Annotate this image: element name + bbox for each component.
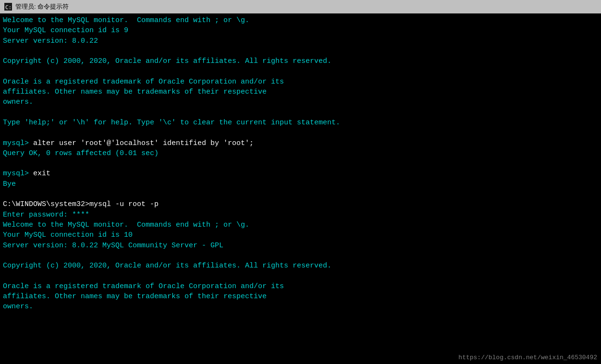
terminal-line: mysql> alter user 'root'@'localhost' ide… [3, 138, 598, 148]
terminal-line: Server version: 8.0.22 [3, 36, 598, 46]
terminal-line: Your MySQL connection id is 10 [3, 230, 598, 240]
mysql-prompt: mysql> [3, 139, 29, 147]
terminal-line: affiliates. Other names may be trademark… [3, 291, 598, 302]
terminal-line: Copyright (c) 2000, 2020, Oracle and/or … [3, 56, 598, 66]
terminal-line: Bye [3, 179, 598, 189]
titlebar: C: 管理员: 命令提示符 [0, 0, 601, 13]
terminal-line: Your MySQL connection id is 9 [3, 25, 598, 36]
terminal-line: Welcome to the MySQL monitor. Commands e… [3, 220, 598, 230]
url-watermark: https://blog.csdn.net/weixin_46530492 [458, 354, 597, 361]
terminal-window: Welcome to the MySQL monitor. Commands e… [0, 13, 601, 364]
terminal-content: Welcome to the MySQL monitor. Commands e… [3, 15, 598, 312]
terminal-line [3, 271, 598, 281]
terminal-line [3, 251, 598, 261]
terminal-line [3, 46, 598, 56]
terminal-line: Copyright (c) 2000, 2020, Oracle and/or … [3, 261, 598, 271]
terminal-line: C:\WINDOWS\system32>mysql -u root -p [3, 199, 598, 209]
terminal-line [3, 189, 598, 199]
mysql-prompt: mysql> [3, 170, 29, 178]
terminal-line: Oracle is a registered trademark of Orac… [3, 77, 598, 87]
command-text: alter user 'root'@'localhost' identified… [29, 139, 254, 147]
terminal-line [3, 108, 598, 118]
terminal-line: Welcome to the MySQL monitor. Commands e… [3, 15, 598, 25]
terminal-line: Query OK, 0 rows affected (0.01 sec) [3, 148, 598, 158]
terminal-line: affiliates. Other names may be trademark… [3, 87, 598, 97]
command-text: exit [29, 170, 50, 178]
terminal-line [3, 158, 598, 169]
window-title: 管理员: 命令提示符 [15, 2, 69, 11]
terminal-line: Server version: 8.0.22 MySQL Community S… [3, 241, 598, 251]
svg-text:C:: C: [5, 4, 12, 11]
terminal-line [3, 66, 598, 76]
terminal-line: Enter password: **** [3, 210, 598, 220]
terminal-line: owners. [3, 97, 598, 107]
terminal-line: Oracle is a registered trademark of Orac… [3, 281, 598, 291]
terminal-line: Type 'help;' or '\h' for help. Type '\c'… [3, 118, 598, 128]
terminal-icon: C: [4, 2, 12, 11]
terminal-line [3, 128, 598, 138]
terminal-line: mysql> exit [3, 169, 598, 179]
terminal-line: owners. [3, 302, 598, 312]
